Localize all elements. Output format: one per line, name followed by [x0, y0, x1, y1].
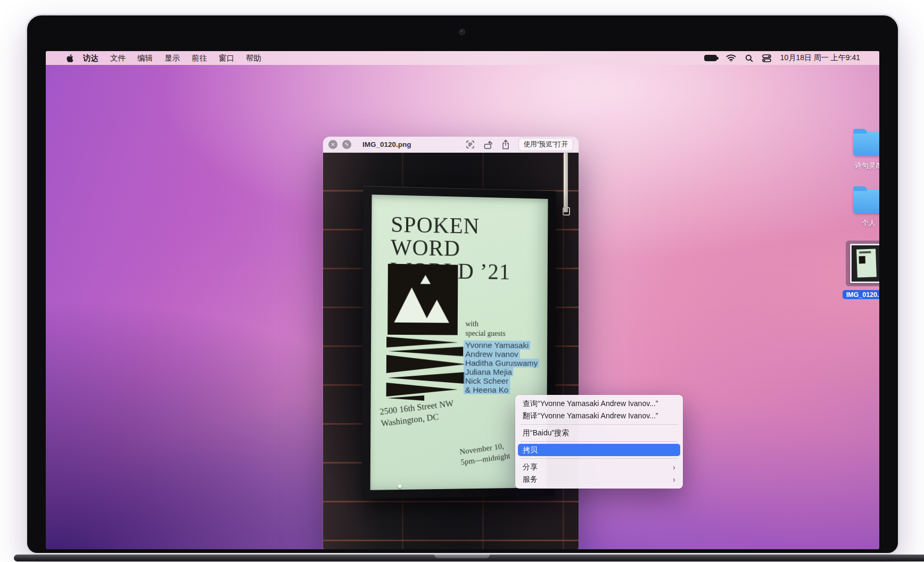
- guest-line: Juliana Mejia: [464, 367, 539, 376]
- selected-text: Yvonne Yamasaki: [464, 341, 530, 350]
- folder-icon: [853, 132, 879, 156]
- menu-separator: [521, 424, 678, 425]
- guest-line: Nick Scheer: [464, 376, 539, 385]
- battery-icon[interactable]: [704, 55, 717, 61]
- context-menu-label: 服务: [523, 474, 538, 484]
- menu-bar-clock[interactable]: 10月18日 周一 上午9:41: [780, 53, 860, 63]
- context-menu-label: 分享: [523, 462, 538, 472]
- laptop-base: [14, 555, 924, 561]
- context-menu-item[interactable]: 查询“Yvonne Yamasaki Andrew Ivanov...”: [515, 398, 683, 410]
- poster-pin: [398, 484, 402, 488]
- guest-line: Yvonne Yamasaki: [464, 341, 539, 350]
- guest-line: Haditha Guruswamy: [464, 358, 539, 367]
- chevron-right-icon: ›: [673, 464, 675, 471]
- menubar-menu-7[interactable]: 帮助: [240, 53, 267, 63]
- menubar-menu-4[interactable]: 显示: [159, 53, 186, 63]
- context-menu-label: 查询“Yvonne Yamasaki Andrew Ivanov...”: [523, 399, 658, 409]
- poster-mountain-graphic: [387, 264, 458, 335]
- folder-label: 诗句灵感: [855, 161, 879, 170]
- file-label: IMG_0120.png: [843, 290, 879, 299]
- desktop-file-img-0120[interactable]: IMG_0120.png: [842, 241, 879, 299]
- desktop-screenshot: 访达文件编辑显示前往窗口帮助 10月18日 周一 上午9:41 诗句灵感: [0, 0, 924, 562]
- menu-bar: 访达文件编辑显示前往窗口帮助 10月18日 周一 上午9:41: [46, 51, 879, 65]
- context-menu-label: 翻译“Yvonne Yamasaki Andrew Ivanov...”: [523, 411, 658, 421]
- folder-icon: [853, 189, 879, 213]
- open-with-preview-button[interactable]: 使用“预览”打开: [518, 138, 573, 151]
- folder-label: 个人: [862, 218, 876, 228]
- close-icon[interactable]: ✕: [328, 140, 337, 149]
- guest-line: Andrew Ivanov: [464, 350, 539, 359]
- menubar-menu-2[interactable]: 文件: [104, 53, 131, 63]
- desktop-folder-poem-inspiration[interactable]: 诗句灵感: [842, 128, 879, 170]
- menubar-menu-6[interactable]: 窗口: [213, 53, 240, 63]
- poster-tree-graphic: [386, 338, 467, 401]
- file-selection-highlight: [846, 241, 879, 286]
- markup-icon[interactable]: ✎: [342, 140, 351, 149]
- photo-content: SPOKEN WORD WORLD ’21 with: [323, 153, 579, 549]
- control-center-icon[interactable]: [762, 54, 771, 62]
- context-menu: 查询“Yvonne Yamasaki Andrew Ivanov...”翻译“Y…: [515, 395, 683, 489]
- wifi-icon[interactable]: [726, 54, 736, 62]
- selected-text: & Heena Ko: [464, 385, 510, 394]
- screen-wallpaper: 访达文件编辑显示前往窗口帮助 10月18日 周一 上午9:41 诗句灵感: [46, 51, 879, 549]
- poster-event-date: November 10, 5pm—midnight: [459, 441, 511, 468]
- menubar-menu-3[interactable]: 编辑: [131, 53, 159, 63]
- context-menu-label: 拷贝: [523, 445, 538, 455]
- menubar-menu-1[interactable]: 访达: [77, 53, 104, 63]
- poster-address: 2500 16th Street NW Washington, DC: [379, 398, 455, 430]
- menubar-menu-5[interactable]: 前往: [186, 53, 213, 63]
- share-icon[interactable]: [501, 139, 510, 150]
- guest-line: & Heena Ko: [464, 385, 539, 394]
- selected-text: Juliana Mejia: [464, 367, 514, 376]
- menu-separator: [521, 441, 678, 442]
- context-menu-label: 用“Baidu”搜索: [523, 428, 569, 438]
- selected-text: Haditha Guruswamy: [464, 358, 539, 367]
- selected-text: Nick Scheer: [464, 376, 510, 385]
- selected-text: Andrew Ivanov: [464, 350, 519, 359]
- hanging-pole: [564, 153, 568, 212]
- rotate-icon[interactable]: [483, 140, 493, 150]
- context-menu-item[interactable]: 翻译“Yvonne Yamasaki Andrew Ivanov...”: [515, 410, 683, 422]
- poster-with-text: with special guests: [465, 319, 505, 339]
- chevron-right-icon: ›: [673, 476, 675, 483]
- context-menu-item[interactable]: 服务›: [515, 473, 683, 485]
- image-file-icon: [850, 244, 879, 283]
- context-menu-item[interactable]: 分享›: [515, 461, 683, 473]
- window-title: IMG_0120.png: [362, 140, 411, 148]
- thumbnail-poster: [856, 249, 877, 277]
- menu-separator: [521, 458, 678, 459]
- desktop-folder-personal[interactable]: 个人: [842, 185, 879, 228]
- context-menu-item[interactable]: 用“Baidu”搜索: [515, 427, 683, 439]
- preview-titlebar: ✕ ✎ IMG_0120.png 使用“预览”打开: [323, 137, 579, 153]
- apple-menu-icon[interactable]: [66, 54, 74, 63]
- search-icon[interactable]: [745, 54, 753, 62]
- poster-guest-list-selected-text[interactable]: Yvonne YamasakiAndrew IvanovHaditha Guru…: [464, 341, 539, 394]
- menu-bar-menus: 访达文件编辑显示前往窗口帮助: [77, 53, 267, 63]
- webcam: [459, 29, 465, 35]
- context-menu-item[interactable]: 拷贝: [518, 444, 680, 456]
- live-text-icon[interactable]: [466, 140, 475, 149]
